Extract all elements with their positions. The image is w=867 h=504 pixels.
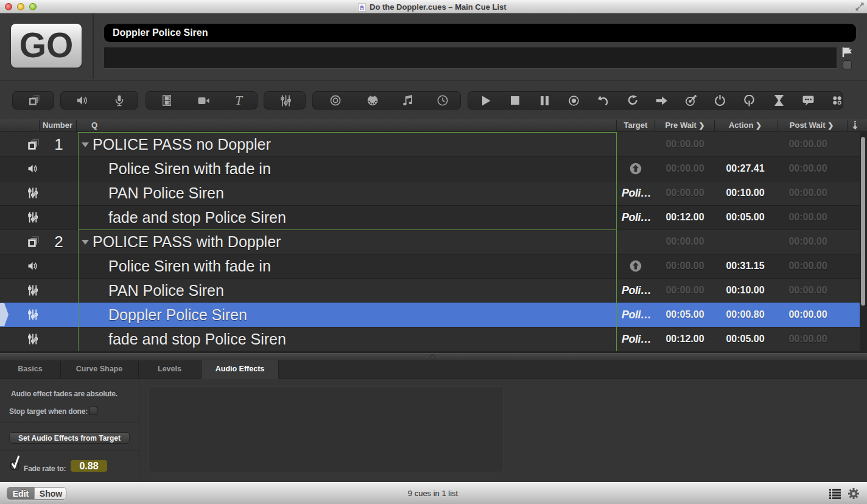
svg-text:T: T (235, 94, 243, 107)
